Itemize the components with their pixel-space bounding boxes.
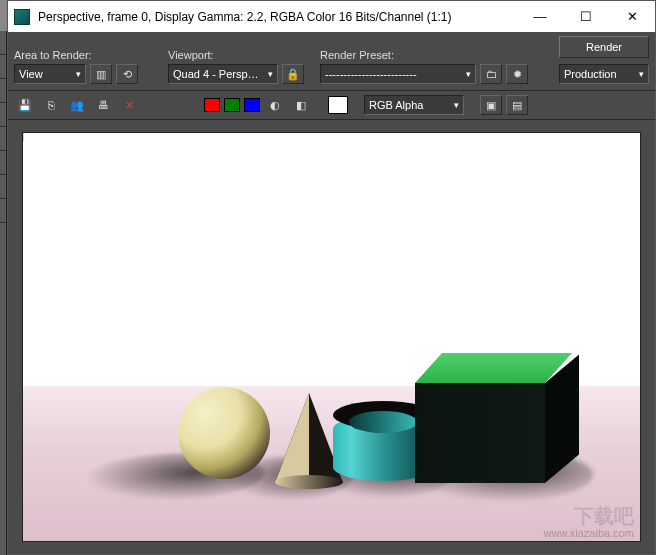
area-auto-icon[interactable]: ⟲: [116, 64, 138, 84]
preset-label: Render Preset:: [320, 49, 528, 61]
cone-base: [275, 475, 343, 489]
area-edit-icon[interactable]: ▥: [90, 64, 112, 84]
close-button[interactable]: ✕: [609, 1, 655, 32]
clone-icon[interactable]: 👥: [66, 95, 88, 115]
alpha-icon[interactable]: ◐: [264, 95, 286, 115]
titlebar: Perspective, frame 0, Display Gamma: 2.2…: [8, 1, 655, 32]
copy-icon[interactable]: ⎘: [40, 95, 62, 115]
area-select[interactable]: View: [14, 64, 86, 84]
green-channel-icon[interactable]: [224, 98, 240, 112]
area-label: Area to Render:: [14, 49, 138, 61]
render-window: Perspective, frame 0, Display Gamma: 2.2…: [7, 0, 656, 555]
print-icon[interactable]: 🖶: [92, 95, 114, 115]
toggle-ui-icon[interactable]: ▤: [506, 95, 528, 115]
window-title: Perspective, frame 0, Display Gamma: 2.2…: [38, 10, 517, 24]
red-channel-icon[interactable]: [204, 98, 220, 112]
clear-icon[interactable]: ✕: [118, 95, 140, 115]
watermark: 下载吧 www.xiazaiba.com: [544, 505, 634, 539]
production-select[interactable]: Production: [559, 64, 649, 84]
maximize-button[interactable]: ☐: [563, 1, 609, 32]
sphere-object: [178, 387, 270, 479]
render-options-bar: Area to Render: View ▥ ⟲ Viewport: Quad …: [8, 32, 655, 91]
toggle-overlay-icon[interactable]: ▣: [480, 95, 502, 115]
cone-light: [275, 393, 309, 483]
minimize-button[interactable]: —: [517, 1, 563, 32]
viewport-select[interactable]: Quad 4 - Perspective: [168, 64, 278, 84]
preset-select[interactable]: -------------------------: [320, 64, 476, 84]
lock-icon[interactable]: 🔒: [282, 64, 304, 84]
top-marker: [23, 133, 24, 141]
render-output: 下载吧 www.xiazaiba.com: [22, 132, 641, 542]
cyl-inner: [349, 411, 417, 433]
render-button[interactable]: Render: [559, 36, 649, 58]
box-front: [415, 383, 545, 483]
preset-load-icon[interactable]: 🗀: [480, 64, 502, 84]
viewport-area: 下载吧 www.xiazaiba.com: [8, 120, 655, 554]
app-icon: [14, 9, 30, 25]
color-swatch[interactable]: [328, 96, 348, 114]
frame-toolbar: 💾 ⎘ 👥 🖶 ✕ ◐ ◧ RGB Alpha ▣ ▤: [8, 91, 655, 120]
preset-setup-icon[interactable]: ✹: [506, 64, 528, 84]
viewport-label: Viewport:: [168, 49, 304, 61]
save-icon[interactable]: 💾: [14, 95, 36, 115]
blue-channel-icon[interactable]: [244, 98, 260, 112]
mono-icon[interactable]: ◧: [290, 95, 312, 115]
channel-select[interactable]: RGB Alpha: [364, 95, 464, 115]
